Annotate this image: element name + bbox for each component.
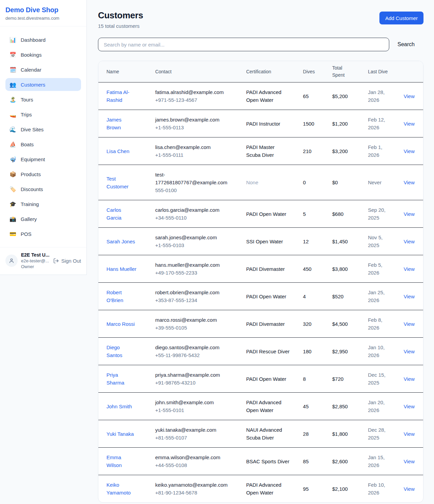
sidebar-item[interactable]: ⛵ Boats — [5, 138, 81, 151]
user-name: E2E Test U... — [21, 252, 52, 258]
customer-phone: +39-555-0105 — [155, 325, 187, 331]
view-link[interactable]: View — [404, 376, 415, 382]
view-link[interactable]: View — [404, 239, 415, 244]
customer-phone: +55-11-99876-5432 — [155, 352, 200, 358]
view-link[interactable]: View — [404, 404, 415, 409]
customer-email: fatima.alrashid@example.com — [155, 89, 224, 95]
sidebar-item-label: Dashboard — [21, 37, 45, 43]
sidebar-item[interactable]: 🏷️ Discounts — [5, 183, 81, 195]
table-row: Hans Mueller hans.mueller@example.com +4… — [98, 255, 423, 283]
view-link[interactable]: View — [404, 294, 415, 299]
sidebar-item[interactable]: 🌊 Dive Sites — [5, 123, 81, 136]
total-spent: $3,200 — [332, 148, 348, 154]
calendar-page-icon: 📅 — [9, 52, 16, 58]
customer-phone: +1-555-0103 — [155, 242, 184, 248]
contact-cell: hans.mueller@example.com +49-170-555-223… — [155, 261, 220, 277]
customer-name-link[interactable]: Keiko Yamamoto — [106, 481, 137, 497]
view-link[interactable]: View — [404, 211, 415, 217]
customer-phone: +91-98765-43210 — [155, 380, 196, 386]
customer-email: robert.obrien@example.com — [155, 290, 219, 295]
sidebar-item[interactable]: 📅 Bookings — [5, 48, 81, 61]
customer-name-link[interactable]: Robert O'Brien — [106, 288, 137, 304]
sidebar-item[interactable]: 📸 Gallery — [5, 212, 81, 225]
last-dive-date: Feb 5, 2026 — [368, 261, 391, 277]
customer-name-link[interactable]: Sarah Jones — [106, 238, 135, 245]
customer-name-link[interactable]: Lisa Chen — [106, 147, 130, 155]
dive-count: 210 — [303, 148, 312, 154]
sidebar-item[interactable]: 📊 Dashboard — [5, 33, 81, 46]
page-header: Customers 15 total customers Add Custome… — [98, 10, 423, 29]
view-link[interactable]: View — [404, 121, 415, 127]
view-link[interactable]: View — [404, 93, 415, 99]
sidebar-item-label: Dive Sites — [21, 127, 44, 132]
total-spent: $3,800 — [332, 266, 348, 272]
view-link[interactable]: View — [404, 349, 415, 354]
sidebar-item[interactable]: 👥 Customers — [5, 78, 81, 91]
view-link[interactable]: View — [404, 266, 415, 272]
contact-cell: john.smith@example.com +1-555-0101 — [155, 398, 214, 414]
customer-name-link[interactable]: Test Customer — [106, 175, 137, 190]
view-link[interactable]: View — [404, 180, 415, 185]
certification: PADI Advanced Open Water — [246, 88, 290, 104]
total-spent: $4,500 — [332, 321, 348, 327]
table-row: Marco Rossi marco.rossi@example.com +39-… — [98, 310, 423, 338]
sidebar-item-label: Gallery — [21, 216, 37, 222]
dive-count: 28 — [303, 431, 309, 437]
certification: NAUI Advanced Scuba Diver — [246, 426, 290, 442]
customer-phone: +1-555-0111 — [155, 152, 183, 158]
certification: None — [246, 179, 258, 186]
customer-count: 15 total customers — [98, 23, 143, 29]
last-dive-date: Never — [368, 179, 381, 186]
sign-out-label: Sign Out — [61, 258, 81, 264]
customer-name-link[interactable]: Diego Santos — [106, 343, 137, 359]
search-input[interactable] — [98, 38, 389, 51]
view-link[interactable]: View — [404, 459, 415, 464]
last-dive-date: Dec 15, 2025 — [368, 371, 391, 387]
customer-phone: +353-87-555-1234 — [155, 297, 197, 303]
search-row: Search — [98, 38, 423, 51]
customer-email: hans.mueller@example.com — [155, 262, 220, 268]
sidebar-item[interactable]: 💳 POS — [5, 227, 81, 240]
customer-name-link[interactable]: James Brown — [106, 116, 137, 131]
brand-title[interactable]: Demo Dive Shop — [5, 6, 81, 14]
view-link[interactable]: View — [404, 486, 415, 492]
sailboat-icon: ⛵ — [9, 141, 16, 148]
customer-name-link[interactable]: Emma Wilson — [106, 453, 137, 469]
certification: PADI Master Scuba Diver — [246, 143, 290, 159]
total-spent: $720 — [332, 376, 343, 382]
last-dive-date: Jan 15, 2026 — [368, 453, 391, 469]
customer-name-link[interactable]: Hans Mueller — [106, 265, 136, 273]
table-row: Yuki Tanaka yuki.tanaka@example.com +81-… — [98, 420, 423, 448]
customer-name-link[interactable]: Priya Sharma — [106, 371, 137, 387]
customer-name-link[interactable]: John Smith — [106, 403, 132, 410]
view-link[interactable]: View — [404, 431, 415, 437]
sidebar-item[interactable]: 📦 Products — [5, 168, 81, 181]
total-spent: $680 — [332, 211, 343, 217]
customer-name-link[interactable]: Fatima Al-Rashid — [106, 88, 137, 104]
contact-cell: james.brown@example.com +1-555-0113 — [155, 116, 219, 131]
customer-name-link[interactable]: Yuki Tanaka — [106, 430, 134, 438]
sidebar-item[interactable]: 🗓️ Calendar — [5, 63, 81, 76]
customer-name-link[interactable]: Carlos Garcia — [106, 206, 137, 222]
dive-count: 12 — [303, 239, 309, 244]
total-spent: $2,850 — [332, 404, 348, 409]
view-link[interactable]: View — [404, 148, 415, 154]
customer-name-link[interactable]: Marco Rossi — [106, 320, 135, 328]
view-link[interactable]: View — [404, 321, 415, 327]
camera-icon: 📸 — [9, 216, 16, 222]
dive-count: 85 — [303, 459, 309, 464]
user-role: Owner — [21, 264, 52, 269]
certification: BSAC Sports Diver — [246, 458, 290, 465]
table-row: Emma Wilson emma.wilson@example.com +44-… — [98, 448, 423, 475]
sign-out-button[interactable]: Sign Out — [53, 258, 81, 264]
dive-count: 4 — [303, 294, 306, 299]
table-row: Keiko Yamamoto keiko.yamamoto@example.co… — [98, 475, 423, 503]
sidebar-item[interactable]: 🤿 Equipment — [5, 153, 81, 166]
sidebar-item[interactable]: 🎓 Training — [5, 198, 81, 210]
people-icon: 👥 — [9, 81, 16, 88]
sidebar-item[interactable]: 🚤 Trips — [5, 108, 81, 121]
customers-table: Name Contact Certification Dives Total S… — [98, 61, 423, 502]
search-button[interactable]: Search — [389, 41, 423, 48]
add-customer-button[interactable]: Add Customer — [379, 12, 423, 24]
sidebar-item[interactable]: 🏝️ Tours — [5, 93, 81, 106]
